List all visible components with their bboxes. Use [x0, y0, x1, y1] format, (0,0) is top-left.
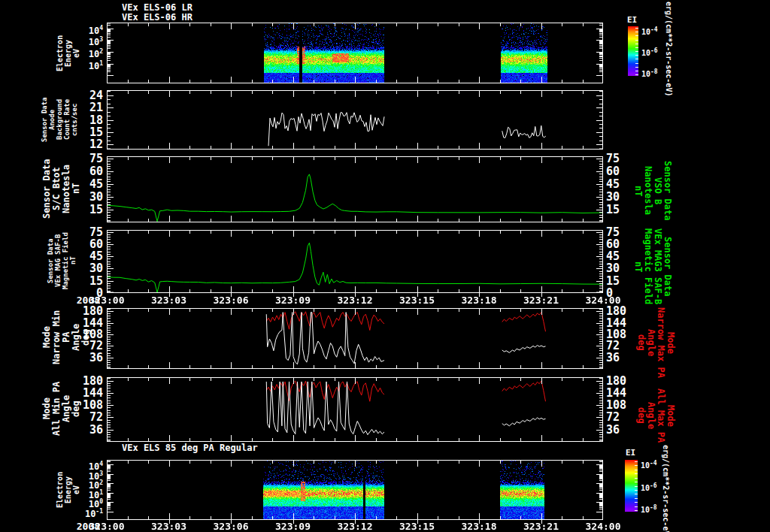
- colorbar-minor-tick: [635, 28, 638, 29]
- flux-units-bottom: erg/(cm**2-sr-sec-eV): [662, 445, 670, 532]
- colorbar-minor-tick: [635, 461, 638, 462]
- colorbar-minor-tick: [635, 506, 638, 507]
- y-tick-label-right: 72: [606, 340, 639, 352]
- y-tick-label: 10-1: [77, 506, 103, 517]
- panel1-title-line1: VEx ELS-06 LR: [122, 2, 192, 13]
- x-tick-label: 323:03: [145, 295, 193, 306]
- x-tick-label: 323:09: [269, 295, 317, 306]
- y-tick-label: 72: [70, 340, 103, 352]
- y-tick-label: 103: [77, 35, 103, 45]
- colorbar-minor-tick: [635, 55, 638, 56]
- y-tick-label: 36: [70, 424, 103, 436]
- x-tick-label: 324:00: [579, 295, 627, 306]
- x-tick-label: 323:21: [517, 295, 565, 306]
- x-tick-label: 323:06: [207, 295, 255, 306]
- y-tick-label: 45: [70, 178, 103, 190]
- x-tick-label: 323:03: [145, 521, 193, 532]
- colorbar-minor-tick: [635, 486, 638, 487]
- y-tick-label: 36: [70, 352, 103, 364]
- y-tick-label-right: 45: [606, 178, 639, 190]
- y-tick-label: 60: [70, 238, 103, 250]
- y-tick-label: 144: [70, 387, 103, 399]
- y-tick-label-right: 144: [606, 387, 639, 399]
- plot-canvas-4: [107, 308, 603, 373]
- panel1-title-line2: VEx ELS-06 HR: [122, 12, 192, 23]
- colorbar-tick-label: 10-6: [641, 47, 658, 56]
- colorbar-minor-tick: [635, 470, 638, 470]
- stacked-timeseries-plot: VEx ELS-06 LR VEx ELS-06 HR VEx ELS 85 d…: [0, 0, 770, 532]
- colorbar-label-bottom: EI: [626, 448, 635, 458]
- colorbar-minor-tick: [635, 67, 638, 68]
- y-tick-label-right: 36: [606, 352, 639, 364]
- y-tick-label: 104: [77, 23, 103, 34]
- y-tick-label-right: 30: [606, 191, 639, 203]
- y-tick-label-right: 180: [606, 375, 639, 387]
- y-tick-label: 60: [70, 165, 103, 177]
- y-tick-label: 75: [70, 226, 103, 238]
- x-tick-label: 323:15: [393, 295, 441, 306]
- plot-canvas-0: [107, 23, 603, 88]
- x-tick-label: 323:18: [455, 521, 503, 532]
- colorbar-tick-label: 10-4: [641, 26, 658, 35]
- y-tick-label: 30: [70, 262, 103, 274]
- colorbar-minor-tick: [635, 494, 638, 494]
- x-tick-label: 323:12: [331, 521, 379, 532]
- colorbar-minor-tick: [635, 47, 638, 48]
- y-tick-label-right: 72: [606, 411, 639, 423]
- plot-canvas-3: [107, 230, 603, 298]
- x-tick-label: 323:21: [517, 521, 565, 532]
- y-tick-label: 15: [70, 204, 103, 216]
- colorbar-minor-tick: [635, 510, 638, 511]
- y-tick-label-right: 30: [606, 262, 639, 274]
- colorbar-minor-tick: [635, 35, 638, 36]
- x-tick-label: 324:00: [579, 521, 627, 532]
- right-label-narrow-max-pa: Mode Narrow Max PA Angle deg: [636, 305, 675, 380]
- colorbar-minor-tick: [635, 44, 638, 44]
- y-tick-label: 12: [70, 138, 103, 150]
- y-tick-label-right: 45: [606, 250, 639, 262]
- y-tick-label-right: 75: [606, 226, 639, 238]
- colorbar-minor-tick: [635, 473, 638, 474]
- y-tick-label-right: 36: [606, 424, 639, 436]
- colorbar-minor-tick: [635, 51, 638, 52]
- x-tick-label: 323:15: [393, 521, 441, 532]
- y-tick-label-right: 108: [606, 399, 639, 411]
- colorbar-minor-tick: [635, 502, 638, 503]
- colorbar-tick-label: 10-4: [641, 459, 657, 468]
- y-tick-label-right: 75: [606, 153, 639, 165]
- colorbar-minor-tick: [635, 482, 638, 482]
- x-tick-label: 323:12: [331, 295, 379, 306]
- y-tick-label-right: 60: [606, 238, 639, 250]
- y-tick-label-right: 15: [606, 204, 639, 216]
- x-tick-label: 323:09: [269, 521, 317, 532]
- plot-canvas-6: [107, 460, 603, 524]
- y-tick-label: 21: [70, 101, 103, 113]
- colorbar-minor-tick: [635, 478, 638, 479]
- y-tick-label-right: 15: [606, 275, 639, 287]
- colorbar-minor-tick: [635, 74, 638, 75]
- y-tick-label: 75: [70, 153, 103, 165]
- colorbar-minor-tick: [635, 465, 638, 466]
- y-tick-label: 180: [70, 375, 103, 387]
- y-tick-label: 15: [70, 126, 103, 138]
- colorbar-minor-tick: [635, 59, 638, 59]
- colorbar-tick-label: 10-8: [641, 503, 657, 512]
- y-tick-label: 30: [70, 191, 103, 203]
- x-tick-label: 323:18: [455, 295, 503, 306]
- colorbar-minor-tick: [635, 32, 638, 32]
- colorbar-label-top: EI: [627, 15, 637, 25]
- y-tick-label: 102: [77, 47, 103, 57]
- plot-canvas-5: [107, 377, 603, 446]
- colorbar-tick-label: 10-8: [641, 68, 658, 77]
- y-tick-label: 45: [70, 250, 103, 262]
- y-tick-label: 72: [70, 411, 103, 423]
- colorbar-minor-tick: [635, 498, 638, 499]
- y-tick-label: 15: [70, 275, 103, 287]
- x-tick-label: 323:00: [83, 295, 131, 306]
- y-tick-label: 18: [70, 114, 103, 126]
- y-tick-label: 24: [70, 89, 103, 101]
- y-tick-label: 101: [77, 59, 103, 69]
- colorbar-minor-tick: [635, 71, 638, 71]
- y-tick-label-right: 60: [606, 165, 639, 177]
- y-tick-label: 180: [70, 305, 103, 317]
